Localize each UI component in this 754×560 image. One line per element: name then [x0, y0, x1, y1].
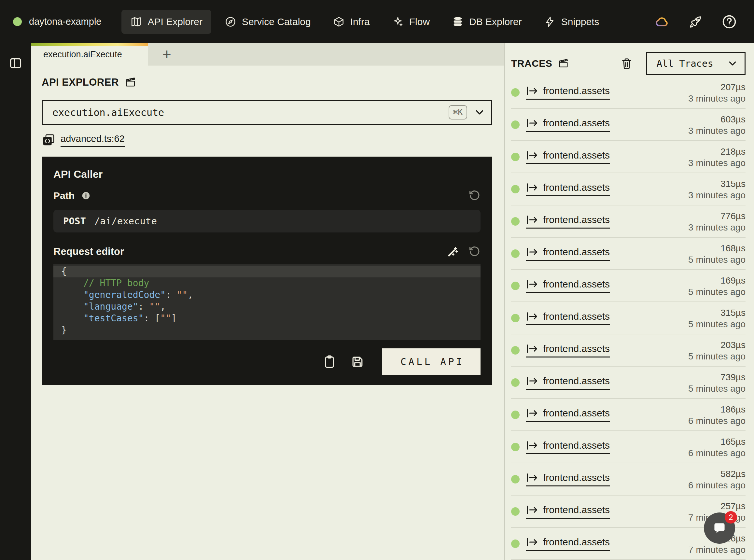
trace-link[interactable]: frontend.assets — [526, 150, 610, 164]
trace-link[interactable]: frontend.assets — [526, 182, 610, 196]
source-link[interactable]: advanced.ts:62 — [61, 134, 125, 147]
trace-status-dot — [511, 249, 519, 258]
project-status-dot — [13, 17, 22, 26]
trace-time: 6 minutes ago — [688, 480, 746, 491]
trace-time: 5 minutes ago — [688, 318, 746, 330]
trace-time: 3 minutes ago — [688, 125, 746, 136]
shortcut-badge: ⌘K — [449, 105, 467, 119]
code-line: "generatedCode": "", — [54, 289, 481, 301]
trace-link[interactable]: frontend.assets — [526, 279, 610, 293]
api-explorer-main: API EXPLORER execution.aiExecute ⌘K — [31, 65, 504, 560]
http-path: /ai/execute — [95, 216, 157, 226]
chat-widget-button[interactable]: 2 — [704, 513, 735, 544]
trace-duration: 165µs — [688, 436, 746, 447]
request-editor-label: Request editor — [54, 246, 124, 258]
trace-time: 3 minutes ago — [688, 222, 746, 233]
database-icon — [452, 16, 464, 28]
nav-item-db-explorer[interactable]: DB Explorer — [443, 10, 531, 34]
reset-editor-icon[interactable] — [468, 245, 481, 258]
tab-execution-aiexecute[interactable]: execution.aiExecute — [31, 43, 148, 65]
trace-link[interactable]: frontend.assets — [526, 118, 610, 132]
rocket-icon[interactable] — [688, 14, 703, 29]
method-path-field[interactable]: POST /ai/execute — [54, 210, 481, 233]
trace-link[interactable]: frontend.assets — [526, 440, 610, 454]
help-icon[interactable] — [721, 14, 737, 29]
trace-link[interactable]: frontend.assets — [526, 504, 610, 519]
request-body-editor[interactable]: { // HTTP body "generatedCode": "", "lan… — [54, 264, 481, 340]
app-shell: execution.aiExecute + API EXPLORER execu… — [0, 43, 754, 560]
save-request-icon[interactable] — [350, 355, 365, 369]
nav-item-infra[interactable]: Infra — [324, 10, 379, 34]
sidebar-toggle-icon[interactable] — [8, 56, 23, 560]
trace-arrow-icon — [526, 537, 538, 547]
nav-label: Service Catalog — [242, 16, 311, 27]
nav-item-flow[interactable]: Flow — [383, 10, 439, 34]
trace-duration: 315µs — [688, 178, 746, 189]
trace-time: 7 minutes ago — [688, 544, 746, 556]
trace-row: frontend.assets 169µs 5 minutes ago — [511, 270, 746, 302]
trace-status-dot — [511, 443, 519, 451]
nav-item-snippets[interactable]: Snippets — [535, 10, 608, 34]
trace-link[interactable]: frontend.assets — [526, 537, 610, 551]
cloud-icon[interactable] — [653, 15, 670, 29]
code-line: } — [54, 324, 481, 336]
trace-name: frontend.assets — [543, 246, 610, 258]
trace-time: 5 minutes ago — [688, 351, 746, 362]
project-selector[interactable]: daytona-example — [13, 16, 101, 27]
trace-name: frontend.assets — [543, 214, 610, 225]
trace-status-dot — [511, 120, 519, 129]
trace-row: frontend.assets 582µs 6 minutes ago — [511, 463, 746, 496]
trace-link[interactable]: frontend.assets — [526, 246, 610, 261]
cube-icon — [333, 16, 345, 28]
trace-time: 3 minutes ago — [688, 189, 746, 201]
chat-bubble-icon — [712, 521, 727, 535]
trace-row: frontend.assets 207µs 3 minutes ago — [511, 77, 746, 109]
nav-item-service-catalog[interactable]: Service Catalog — [216, 10, 320, 34]
trace-duration: 218µs — [688, 146, 746, 157]
api-caller-card: API Caller Path — [42, 157, 492, 385]
trace-link[interactable]: frontend.assets — [526, 343, 610, 358]
trace-link[interactable]: frontend.assets — [526, 375, 610, 390]
tab-strip: execution.aiExecute + — [31, 43, 504, 65]
trace-link[interactable]: frontend.assets — [526, 408, 610, 422]
magic-wand-icon[interactable] — [447, 245, 459, 258]
traces-filter-select[interactable]: All Traces — [646, 52, 746, 75]
compass-icon — [225, 16, 236, 28]
clear-traces-icon[interactable] — [620, 57, 633, 70]
trace-name: frontend.assets — [543, 85, 610, 96]
reset-path-icon[interactable] — [468, 189, 481, 202]
trace-duration: 169µs — [688, 275, 746, 286]
trace-link[interactable]: frontend.assets — [526, 85, 610, 100]
trace-duration: 315µs — [688, 307, 746, 318]
copy-request-icon[interactable] — [322, 355, 337, 369]
nav-label: Flow — [409, 16, 430, 27]
trace-status-dot — [511, 153, 519, 161]
endpoint-select[interactable]: execution.aiExecute ⌘K — [42, 100, 492, 125]
nav-label: API Explorer — [147, 16, 202, 27]
trace-arrow-icon — [526, 473, 538, 482]
trace-name: frontend.assets — [543, 311, 610, 322]
lightning-icon — [544, 16, 556, 28]
trace-link[interactable]: frontend.assets — [526, 472, 610, 486]
trace-row: frontend.assets 186µs 6 minutes ago — [511, 399, 746, 431]
trace-status-dot — [511, 185, 519, 194]
info-icon[interactable] — [81, 191, 91, 201]
trace-name: frontend.assets — [543, 375, 610, 386]
nav-label: Snippets — [561, 16, 599, 27]
trace-arrow-icon — [526, 86, 538, 96]
nav-item-api-explorer[interactable]: API Explorer — [121, 10, 211, 34]
chevron-down-icon — [728, 59, 737, 68]
new-tab-button[interactable]: + — [162, 46, 171, 62]
trace-duration: 603µs — [688, 114, 746, 125]
code-line: { — [54, 266, 481, 277]
trace-duration: 203µs — [688, 339, 746, 351]
source-file-icon — [42, 133, 55, 147]
trace-link[interactable]: frontend.assets — [526, 214, 610, 228]
trace-arrow-icon — [526, 247, 538, 257]
page-title: API EXPLORER — [42, 77, 119, 88]
api-caller-title: API Caller — [54, 168, 481, 180]
call-api-button[interactable]: CALL API — [382, 348, 481, 375]
trace-link[interactable]: frontend.assets — [526, 311, 610, 325]
chevron-down-icon — [474, 107, 485, 118]
chat-unread-badge: 2 — [725, 511, 737, 523]
